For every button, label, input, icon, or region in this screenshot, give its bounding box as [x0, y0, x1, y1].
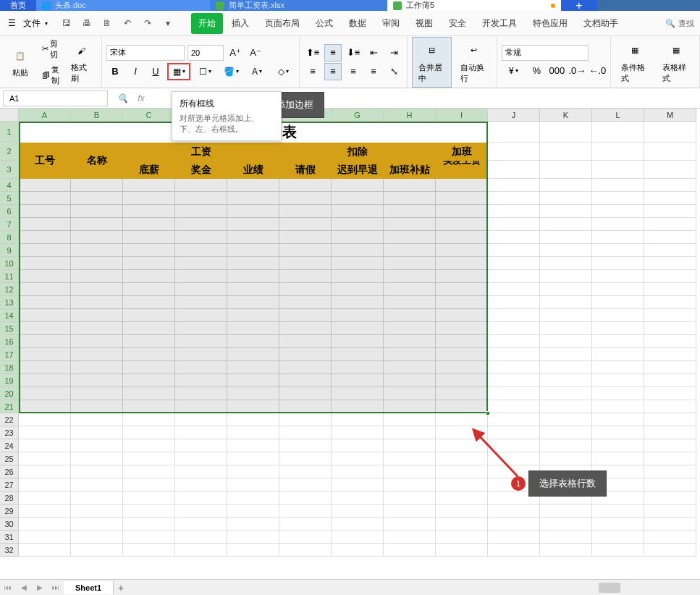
cell[interactable]	[71, 518, 123, 531]
cell[interactable]	[175, 283, 227, 296]
cell[interactable]	[384, 244, 436, 257]
cell[interactable]	[644, 478, 696, 491]
cell[interactable]	[175, 518, 227, 531]
cell[interactable]	[227, 179, 279, 192]
row-header-30[interactable]: 30	[0, 518, 19, 531]
row-header-24[interactable]: 24	[0, 439, 19, 452]
cell[interactable]	[175, 531, 227, 544]
cell[interactable]	[175, 270, 227, 283]
cell[interactable]	[644, 439, 696, 452]
cell[interactable]	[592, 257, 644, 270]
cell[interactable]	[332, 179, 384, 192]
cell[interactable]	[227, 218, 279, 231]
row-header-22[interactable]: 22	[0, 413, 19, 426]
align-right-button[interactable]: ≡	[345, 63, 362, 80]
cell[interactable]	[644, 122, 696, 143]
cell[interactable]	[644, 205, 696, 218]
cell[interactable]	[19, 179, 71, 192]
decrease-decimal-button[interactable]: ←.0	[589, 62, 606, 80]
cell[interactable]	[123, 531, 175, 544]
cell[interactable]	[592, 361, 644, 374]
cell[interactable]	[592, 179, 644, 192]
cell[interactable]	[279, 322, 332, 335]
cell[interactable]	[123, 309, 175, 322]
header-cell[interactable]: 奖金	[175, 161, 227, 179]
cell[interactable]	[123, 218, 175, 231]
cell[interactable]	[488, 143, 540, 161]
cell[interactable]	[540, 122, 592, 143]
cell[interactable]	[71, 348, 123, 361]
qat-more[interactable]: ▾	[161, 16, 175, 30]
cell[interactable]	[384, 231, 436, 244]
row-header-23[interactable]: 23	[0, 426, 19, 439]
cell[interactable]	[227, 400, 279, 413]
cell[interactable]	[488, 192, 540, 205]
cell[interactable]	[436, 218, 488, 231]
cell[interactable]	[332, 296, 384, 309]
cell[interactable]	[540, 309, 592, 322]
cell[interactable]	[19, 518, 71, 531]
cell[interactable]	[332, 218, 384, 231]
cell[interactable]	[71, 322, 123, 335]
cell[interactable]	[71, 387, 123, 400]
cell[interactable]	[71, 283, 123, 296]
cell[interactable]	[175, 244, 227, 257]
cell[interactable]	[488, 400, 540, 413]
cell[interactable]	[540, 518, 592, 531]
cell[interactable]	[19, 296, 71, 309]
cell[interactable]	[19, 439, 71, 452]
cell[interactable]	[384, 426, 436, 439]
row-header-15[interactable]: 15	[0, 322, 19, 335]
cell[interactable]	[227, 413, 279, 426]
cell[interactable]	[332, 361, 384, 374]
cell[interactable]	[175, 231, 227, 244]
cell[interactable]	[488, 244, 540, 257]
cell[interactable]	[332, 439, 384, 452]
col-header-A[interactable]: A	[19, 109, 71, 122]
cell[interactable]	[19, 465, 71, 478]
cell[interactable]	[540, 205, 592, 218]
cell[interactable]	[227, 387, 279, 400]
cell[interactable]	[540, 348, 592, 361]
cell[interactable]	[644, 143, 696, 161]
cell[interactable]	[19, 335, 71, 348]
cell[interactable]	[384, 400, 436, 413]
cell[interactable]	[488, 322, 540, 335]
cell[interactable]	[279, 270, 332, 283]
cell[interactable]	[227, 322, 279, 335]
cell[interactable]	[19, 531, 71, 544]
cell[interactable]	[644, 309, 696, 322]
cell[interactable]	[175, 218, 227, 231]
cell[interactable]	[384, 309, 436, 322]
cell[interactable]	[175, 413, 227, 426]
cell[interactable]	[279, 309, 332, 322]
align-left-button[interactable]: ≡	[304, 63, 321, 80]
cell[interactable]	[71, 244, 123, 257]
cell[interactable]	[436, 413, 488, 426]
row-header-17[interactable]: 17	[0, 348, 19, 361]
cell[interactable]	[332, 205, 384, 218]
cell[interactable]	[436, 544, 488, 557]
cell[interactable]	[644, 231, 696, 244]
row-header-14[interactable]: 14	[0, 309, 19, 322]
decrease-font-button[interactable]: A⁻	[247, 44, 264, 62]
paste-button[interactable]: 📋 粘贴	[4, 43, 36, 81]
row-header-8[interactable]: 8	[0, 231, 19, 244]
tab-doc-2[interactable]: 简单工资表.xlsx	[210, 0, 387, 11]
cell[interactable]	[436, 335, 488, 348]
cell[interactable]	[19, 387, 71, 400]
row-header-31[interactable]: 31	[0, 531, 19, 544]
cell[interactable]	[332, 531, 384, 544]
cell[interactable]	[488, 283, 540, 296]
cell[interactable]	[488, 231, 540, 244]
cell[interactable]	[488, 218, 540, 231]
cell[interactable]	[19, 452, 71, 465]
cell[interactable]	[71, 231, 123, 244]
fx-button[interactable]: fx	[134, 91, 148, 106]
cell[interactable]	[488, 518, 540, 531]
cell[interactable]	[71, 426, 123, 439]
cell[interactable]	[227, 296, 279, 309]
cell[interactable]	[592, 413, 644, 426]
cell[interactable]	[384, 270, 436, 283]
cell[interactable]	[592, 309, 644, 322]
